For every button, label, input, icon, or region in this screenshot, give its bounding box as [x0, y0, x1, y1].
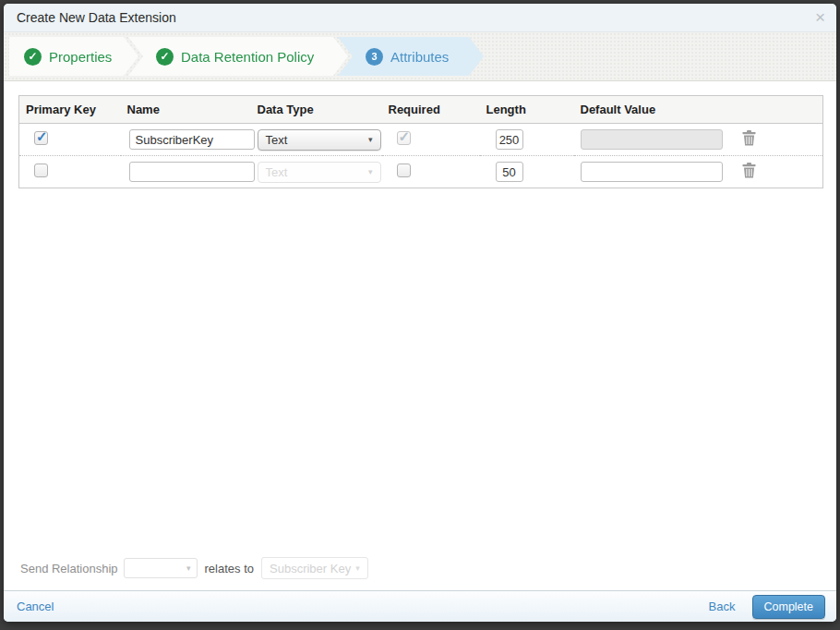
- send-relationship-label: Send Relationship: [20, 562, 118, 575]
- complete-button[interactable]: Complete: [752, 595, 826, 619]
- step-data-retention-policy[interactable]: ✓ Data Retention Policy: [128, 37, 348, 76]
- relates-to-label: relates to: [205, 562, 254, 575]
- col-header-default-value: Default Value: [574, 96, 724, 124]
- step-attributes-label: Attributes: [390, 49, 449, 65]
- modal-title: Create New Data Extension: [17, 10, 176, 25]
- attributes-table: Primary Key Name Data Type Required Leng…: [18, 95, 823, 188]
- chevron-down-icon: ▾: [368, 135, 373, 144]
- length-field[interactable]: [496, 129, 523, 150]
- data-type-select[interactable]: Text ▾: [258, 129, 381, 151]
- default-value-field: [581, 129, 723, 150]
- attributes-panel: Primary Key Name Data Type Required Leng…: [4, 81, 836, 590]
- col-header-name: Name: [121, 96, 251, 124]
- col-header-length: Length: [480, 96, 574, 124]
- primary-key-checkbox[interactable]: [34, 131, 48, 145]
- step-number-badge: 3: [366, 48, 383, 66]
- wizard-steps: ✓ Properties ✓ Data Retention Policy 3 A…: [4, 32, 836, 81]
- table-row: Text ▾: [19, 156, 823, 188]
- check-circle-icon: ✓: [156, 48, 174, 66]
- data-type-value: Text: [266, 165, 288, 179]
- col-header-primary-key: Primary Key: [19, 96, 121, 124]
- table-row: Text ▾: [19, 124, 823, 156]
- default-value-field[interactable]: [581, 162, 723, 182]
- primary-key-checkbox[interactable]: [34, 164, 48, 177]
- trash-icon[interactable]: [742, 163, 756, 182]
- step-properties[interactable]: ✓ Properties: [9, 37, 138, 76]
- data-type-value: Text: [266, 133, 288, 147]
- required-checkbox[interactable]: [397, 164, 411, 177]
- col-header-data-type: Data Type: [251, 96, 382, 124]
- name-field[interactable]: [129, 129, 255, 150]
- length-field[interactable]: [496, 162, 523, 182]
- back-link[interactable]: Back: [709, 600, 736, 613]
- check-circle-icon: ✓: [24, 48, 42, 66]
- name-field[interactable]: [129, 162, 255, 182]
- modal-footer: Cancel Back Complete: [4, 590, 836, 622]
- subscriber-key-select: Subscriber Key ▾: [261, 557, 368, 579]
- required-checkbox: [397, 131, 411, 145]
- data-type-select: Text ▾: [258, 162, 381, 183]
- chevron-down-icon: ▾: [368, 167, 373, 176]
- close-icon[interactable]: ×: [815, 7, 825, 28]
- chevron-down-icon: ▾: [186, 563, 191, 573]
- send-relationship-select: ▾: [124, 558, 198, 578]
- send-relationship-row: Send Relationship ▾ relates to Subscribe…: [20, 557, 368, 579]
- modal-titlebar: Create New Data Extension ×: [4, 4, 836, 32]
- col-header-required: Required: [382, 96, 480, 124]
- col-header-actions: [724, 96, 823, 124]
- create-data-extension-modal: Create New Data Extension × ✓ Properties…: [4, 4, 836, 622]
- trash-icon[interactable]: [742, 130, 756, 150]
- cancel-link[interactable]: Cancel: [17, 600, 54, 613]
- step-attributes[interactable]: 3 Attributes: [338, 37, 484, 76]
- step-properties-label: Properties: [49, 49, 112, 65]
- chevron-down-icon: ▾: [355, 563, 360, 573]
- table-header-row: Primary Key Name Data Type Required Leng…: [19, 96, 823, 124]
- step-data-retention-policy-label: Data Retention Policy: [181, 49, 314, 65]
- subscriber-key-value: Subscriber Key: [270, 562, 351, 575]
